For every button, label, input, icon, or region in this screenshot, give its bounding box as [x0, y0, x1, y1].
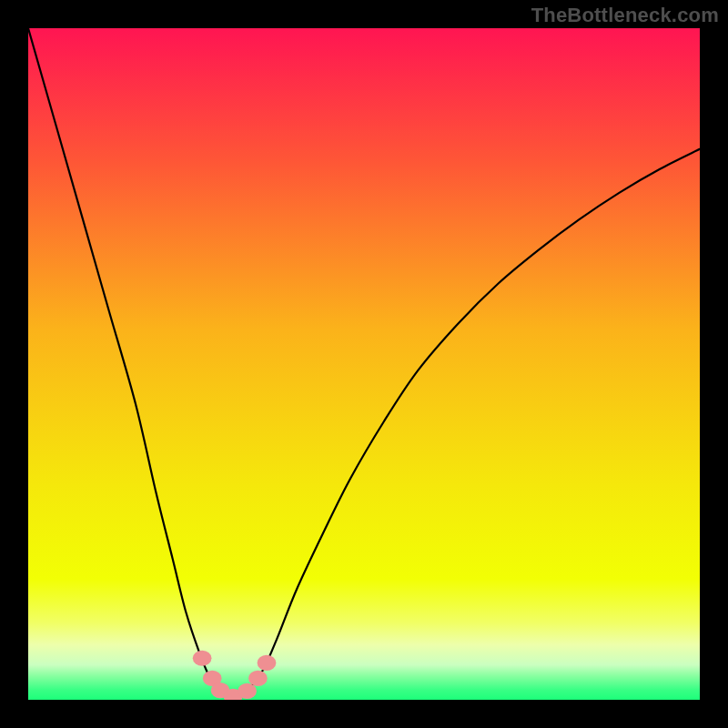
watermark-text: TheBottleneck.com [531, 4, 719, 27]
chart-container: TheBottleneck.com [0, 0, 728, 728]
bottleneck-heatmap-background [28, 28, 700, 700]
